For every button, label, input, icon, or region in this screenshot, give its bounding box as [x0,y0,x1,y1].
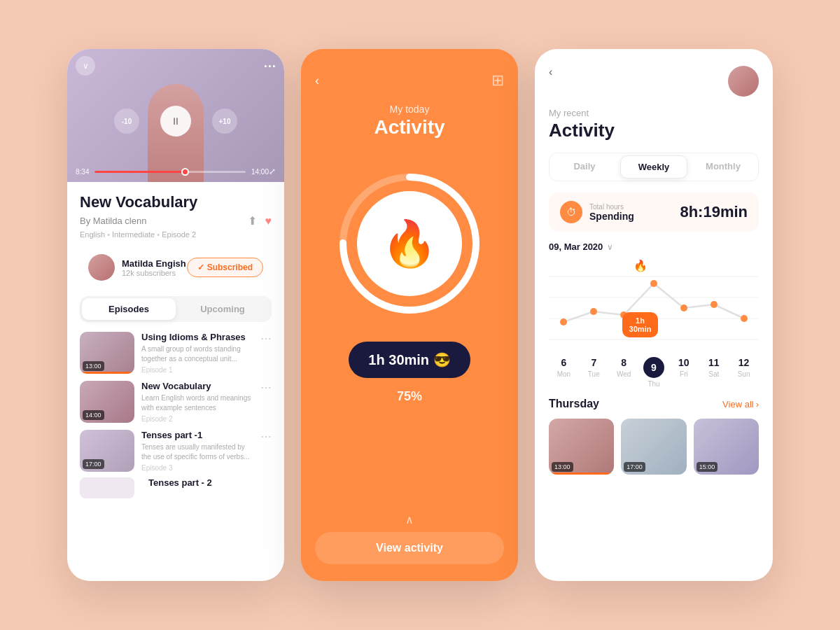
thumb-duration: 17:00 [624,462,645,472]
day-thu[interactable]: 9 Thu [639,357,669,388]
course-title: New Vocabulary [80,193,272,211]
share-icon[interactable]: ⬆ [248,214,257,227]
section-header: Thursday View all › [549,398,759,410]
percent-text: 75% [397,389,422,404]
day-number: 10 [678,357,690,368]
instructor-name: Matilda Engish [122,258,186,269]
rewind-button[interactable]: -10 [114,108,139,134]
svg-point-13 [741,315,748,322]
svg-point-10 [650,280,657,287]
user-avatar[interactable] [728,66,759,97]
episode-thumbnail: 14:00 [80,381,134,423]
day-sat[interactable]: 11 Sat [699,357,729,388]
day-number: 7 [591,357,596,368]
spending-label: Spending [589,211,634,222]
days-row: 6 Mon 7 Tue 8 Wed 9 Thu 10 Fri 11 Sat 12… [549,357,759,388]
phone3-header: ‹ [549,66,759,97]
pause-button[interactable]: ⏸ [160,106,191,136]
date-chevron-icon: ∨ [607,242,613,252]
episode-title: Using Idioms & Phrases [141,332,253,342]
episode-item[interactable]: 13:00 Using Idioms & Phrases A small gro… [80,332,272,374]
instructor-row: Matilda Engish 12k subscribers ✓ Subscri… [80,248,272,286]
period-tabs: Daily Weekly Monthly [549,153,759,181]
day-fri[interactable]: 10 Fri [668,357,699,388]
video-thumbnail-1[interactable]: 13:00 [549,419,614,475]
my-today-label: My today [315,104,504,115]
day-wed[interactable]: 8 Wed [609,357,639,388]
progress-bar[interactable] [94,171,246,173]
course-meta: English • Intermediate • Episode 2 [80,230,272,239]
episode-more-icon[interactable]: ⋯ [260,430,272,443]
episode-title: New Vocabulary [141,381,253,391]
tab-upcoming[interactable]: Upcoming [176,298,270,320]
svg-point-7 [560,318,567,326]
phone3-screen: ‹ My recent Activity Daily Weekly Monthl… [535,49,773,581]
video-more-btn[interactable]: ⋯ [263,58,276,74]
day-label: Mon [557,370,570,378]
time-badge: 1h 30min 😎 [349,342,470,378]
episode-desc: Tenses are usually manifested by the use… [141,442,253,462]
like-icon[interactable]: ♥ [265,215,272,227]
section-title: Thursday [549,398,599,410]
current-time: 8:34 [76,168,89,176]
episode-item[interactable]: 17:00 Tenses part -1 Tenses are usually … [80,430,272,472]
episode-item[interactable]: 14:00 New Vocabulary Learn English words… [80,381,272,423]
day-number: 9 [643,357,664,378]
episode-more-icon[interactable]: ⋯ [260,332,272,345]
video-player[interactable]: ∨ ⋯ -10 ⏸ +10 8:34 14:00 ⤢ [67,49,284,182]
instructor-avatar [88,254,115,281]
fire-badge: 🔥 [634,259,648,272]
tab-daily[interactable]: Daily [552,155,617,178]
total-hours-label: Total hours [589,203,634,211]
total-time-value: 8h:19min [680,203,748,221]
clock-icon: ⏱ [560,201,582,223]
episode-item-partial: Tenses part - 2 [80,472,272,498]
view-activity-section: ∧ View activity [315,513,504,564]
episode-desc: Learn English words and meanings with ex… [141,393,253,413]
day-label: Tue [588,370,600,378]
day-mon[interactable]: 6 Mon [549,357,579,388]
activity-chart: 🔥 1h 30min [549,259,759,350]
tab-episodes[interactable]: Episodes [82,298,176,320]
filter-icon[interactable]: ⊞ [491,71,504,90]
episode-more-icon[interactable]: ⋯ [260,381,272,394]
view-activity-button[interactable]: View activity [315,532,504,564]
back-button[interactable]: ‹ [315,74,319,88]
view-all-button[interactable]: View all › [722,399,759,410]
episode-duration: 13:00 [83,361,104,371]
day-label: Wed [617,370,631,378]
episode-thumbnail: 13:00 [80,332,134,374]
video-thumbnail-3[interactable]: 15:00 [694,419,759,475]
video-thumbnail-2[interactable]: 17:00 [621,419,686,475]
svg-point-8 [590,308,597,315]
date-selector[interactable]: 09, Mar 2020 ∨ [549,241,759,252]
recent-activity-title: Activity [549,120,759,141]
day-number: 11 [708,357,720,368]
video-collapse-btn[interactable]: ∨ [76,56,95,76]
course-author: By Matilda clenn [80,216,146,226]
back-button[interactable]: ‹ [549,66,552,78]
thumb-duration: 13:00 [552,462,573,472]
forward-button[interactable]: +10 [212,108,237,134]
episode-thumbnail: 17:00 [80,430,134,472]
episode-desc: A small group of words standing together… [141,344,253,364]
day-label: Thu [648,380,659,388]
day-label: Sat [708,370,719,378]
tab-weekly[interactable]: Weekly [620,155,687,178]
day-sun[interactable]: 12 Sun [729,357,759,388]
episode-number: Episode 2 [141,415,253,423]
date-label: 09, Mar 2020 [549,241,603,252]
day-number: 8 [621,357,626,368]
episode-tabs: Episodes Upcoming [80,296,272,322]
tab-monthly[interactable]: Monthly [690,155,756,178]
expand-icon[interactable]: ⤢ [269,167,276,176]
subscribe-button[interactable]: ✓ Subscribed [187,258,263,277]
day-label: Sun [738,370,750,378]
phone2-header: ‹ ⊞ [315,71,504,90]
episode-title: Tenses part -1 [141,430,253,440]
activity-circle: 🔥 [332,167,486,321]
day-number: 6 [561,357,567,368]
phone2-screen: ‹ ⊞ My today Activity 🔥 1h 30min 😎 75% ∧… [301,49,518,581]
day-label: Fri [680,370,688,378]
day-tue[interactable]: 7 Tue [579,357,609,388]
